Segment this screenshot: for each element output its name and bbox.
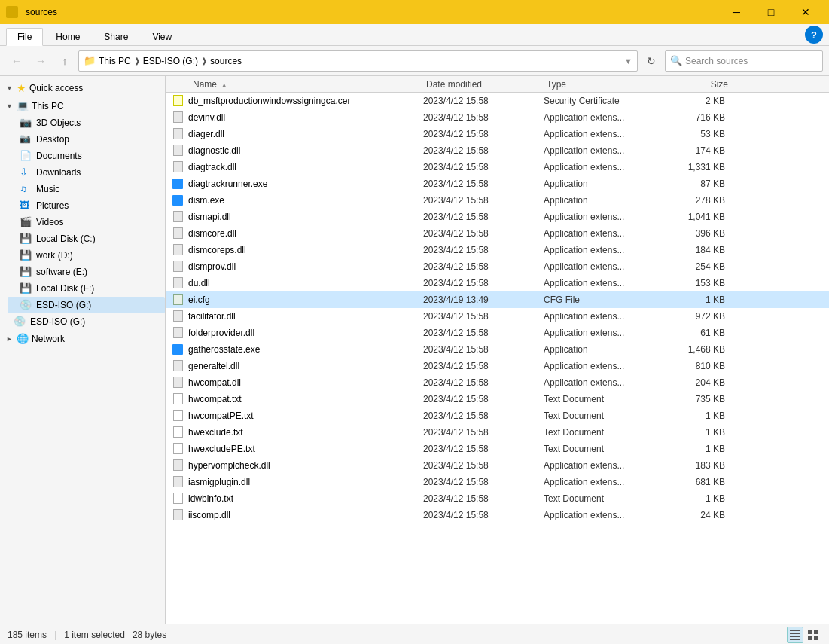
table-row[interactable]: hwcompat.dll 2023/4/12 15:58 Application…: [166, 374, 829, 391]
file-icon: [170, 276, 185, 291]
file-date: 2023/4/12 15:58: [419, 510, 539, 520]
table-row[interactable]: iiscomp.dll 2023/4/12 15:58 Application …: [166, 507, 829, 523]
sidebar-item-pictures[interactable]: 🖼 Pictures: [8, 197, 165, 214]
content-area: Name ▲ Date modified Type Size db_msftpr…: [166, 76, 829, 624]
sidebar-group-network[interactable]: ► 🌐 Network: [0, 330, 165, 347]
tab-share[interactable]: Share: [93, 28, 139, 45]
status-selected: 1 item selected: [64, 630, 125, 640]
table-row[interactable]: facilitator.dll 2023/4/12 15:58 Applicat…: [166, 308, 829, 325]
sidebar-item-desktop[interactable]: 📷 Desktop: [8, 131, 165, 148]
path-sources[interactable]: sources: [210, 56, 242, 66]
col-name-header[interactable]: Name ▲: [166, 79, 422, 90]
table-row[interactable]: folderprovider.dll 2023/4/12 15:58 Appli…: [166, 325, 829, 341]
file-date: 2023/4/12 15:58: [419, 493, 539, 504]
tab-view[interactable]: View: [141, 28, 183, 45]
this-pc-label: This PC: [32, 101, 64, 111]
col-size-header[interactable]: Size: [674, 79, 734, 90]
sidebar-item-documents[interactable]: 📄 Documents: [8, 148, 165, 164]
sidebar-item-music[interactable]: ♫ Music: [8, 181, 165, 197]
statusbar: 185 items | 1 item selected 28 bytes: [0, 624, 829, 644]
file-size: 1 KB: [671, 427, 731, 438]
table-row[interactable]: dism.exe 2023/4/12 15:58 Application 278…: [166, 192, 829, 209]
table-row[interactable]: db_msftproductionwindowssigningca.cer 20…: [166, 93, 829, 109]
status-separator: |: [54, 630, 56, 640]
tab-home[interactable]: Home: [44, 28, 91, 45]
details-view-button[interactable]: [787, 627, 803, 643]
file-size: 204 KB: [671, 377, 731, 388]
file-list: db_msftproductionwindowssigningca.cer 20…: [166, 93, 829, 624]
table-row[interactable]: generaltel.dll 2023/4/12 15:58 Applicati…: [166, 358, 829, 374]
file-name: diagtrack.dll: [185, 162, 419, 172]
table-row[interactable]: diagtrackrunner.exe 2023/4/12 15:58 Appl…: [166, 175, 829, 192]
forward-button[interactable]: →: [30, 50, 51, 72]
table-row[interactable]: hwexcludePE.txt 2023/4/12 15:58 Text Doc…: [166, 441, 829, 457]
table-row[interactable]: idwbinfo.txt 2023/4/12 15:58 Text Docume…: [166, 490, 829, 507]
file-date: 2023/4/19 13:49: [419, 295, 539, 305]
table-row[interactable]: diagnostic.dll 2023/4/12 15:58 Applicati…: [166, 142, 829, 159]
file-size: 278 KB: [671, 195, 731, 206]
tab-file[interactable]: File: [6, 28, 43, 46]
svg-rect-4: [808, 630, 812, 634]
table-row[interactable]: dismapi.dll 2023/4/12 15:58 Application …: [166, 209, 829, 225]
table-row[interactable]: devinv.dll 2023/4/12 15:58 Application e…: [166, 109, 829, 126]
table-row[interactable]: dismcoreps.dll 2023/4/12 15:58 Applicati…: [166, 242, 829, 258]
table-row[interactable]: hwcompatPE.txt 2023/4/12 15:58 Text Docu…: [166, 407, 829, 424]
table-row[interactable]: hwexclude.txt 2023/4/12 15:58 Text Docum…: [166, 424, 829, 441]
file-date: 2023/4/12 15:58: [419, 245, 539, 255]
table-row[interactable]: dismcore.dll 2023/4/12 15:58 Application…: [166, 225, 829, 242]
file-icon: [170, 292, 185, 307]
expand-icon: ▼: [6, 102, 14, 110]
close-button[interactable]: ✕: [788, 0, 823, 24]
window-title: sources: [26, 7, 715, 17]
table-row[interactable]: hypervomplcheck.dll 2023/4/12 15:58 Appl…: [166, 457, 829, 474]
ribbon: File Home Share View ?: [0, 24, 829, 46]
sidebar-item-3dobjects[interactable]: 📷 3D Objects: [8, 114, 165, 131]
sidebar-item-local-c[interactable]: 💾 Local Disk (C:): [8, 230, 165, 247]
back-button[interactable]: ←: [6, 50, 27, 72]
svg-rect-2: [790, 636, 800, 637]
file-date: 2023/4/12 15:58: [419, 212, 539, 222]
table-row[interactable]: hwcompat.txt 2023/4/12 15:58 Text Docume…: [166, 391, 829, 407]
address-box[interactable]: 📁 This PC ❱ ESD-ISO (G:) ❱ sources ▼: [78, 50, 638, 72]
col-date-header[interactable]: Date modified: [422, 79, 542, 90]
sidebar-item-local-f[interactable]: 💾 Local Disk (F:): [8, 280, 165, 297]
sidebar-item-software-e[interactable]: 💾 software (E:): [8, 264, 165, 280]
table-row[interactable]: diager.dll 2023/4/12 15:58 Application e…: [166, 126, 829, 142]
sidebar-group-this-pc[interactable]: ▼ 💻 This PC: [0, 97, 165, 114]
table-row[interactable]: dismprov.dll 2023/4/12 15:58 Application…: [166, 258, 829, 275]
table-row[interactable]: ei.cfg 2023/4/19 13:49 CFG File 1 KB: [166, 291, 829, 308]
file-date: 2023/4/12 15:58: [419, 179, 539, 189]
search-box[interactable]: 🔍 Search sources: [665, 50, 823, 72]
dropdown-arrow[interactable]: ▼: [624, 56, 632, 66]
large-icons-view-button[interactable]: [805, 627, 821, 643]
help-button[interactable]: ?: [805, 26, 823, 44]
file-name: idwbinfo.txt: [185, 493, 419, 504]
file-size: 2 KB: [671, 96, 731, 106]
table-row[interactable]: du.dll 2023/4/12 15:58 Application exten…: [166, 275, 829, 291]
titlebar: sources ─ □ ✕: [0, 0, 829, 24]
sidebar-label: software (E:): [36, 267, 159, 277]
path-this-pc[interactable]: This PC: [99, 56, 131, 66]
svg-rect-0: [790, 630, 800, 631]
refresh-button[interactable]: ↻: [641, 50, 662, 72]
file-type: Application extens...: [539, 145, 671, 156]
maximize-button[interactable]: □: [754, 0, 788, 24]
table-row[interactable]: gatherosstate.exe 2023/4/12 15:58 Applic…: [166, 341, 829, 358]
sidebar-item-esd-iso-expand[interactable]: 💿 ESD-ISO (G:): [0, 313, 165, 330]
network-label: Network: [32, 334, 65, 344]
minimize-button[interactable]: ─: [719, 0, 754, 24]
path-esd-iso[interactable]: ESD-ISO (G:): [143, 56, 198, 66]
sidebar-item-esd-iso[interactable]: 💿 ESD-ISO (G:): [8, 297, 165, 313]
sidebar-item-downloads[interactable]: ⇩ Downloads: [8, 164, 165, 181]
file-size: 1,468 KB: [671, 344, 731, 355]
sidebar-item-videos[interactable]: 🎬 Videos: [8, 214, 165, 230]
search-placeholder: Search sources: [685, 56, 748, 66]
file-type: Application extens...: [539, 361, 671, 371]
sidebar-group-quick-access[interactable]: ▼ ★ Quick access: [0, 79, 165, 97]
sidebar-item-work-d[interactable]: 💾 work (D:): [8, 247, 165, 264]
col-type-header[interactable]: Type: [542, 79, 674, 90]
table-row[interactable]: iasmigplugin.dll 2023/4/12 15:58 Applica…: [166, 474, 829, 490]
up-button[interactable]: ↑: [54, 50, 75, 72]
table-row[interactable]: diagtrack.dll 2023/4/12 15:58 Applicatio…: [166, 159, 829, 175]
network-icon: 🌐: [17, 333, 29, 344]
